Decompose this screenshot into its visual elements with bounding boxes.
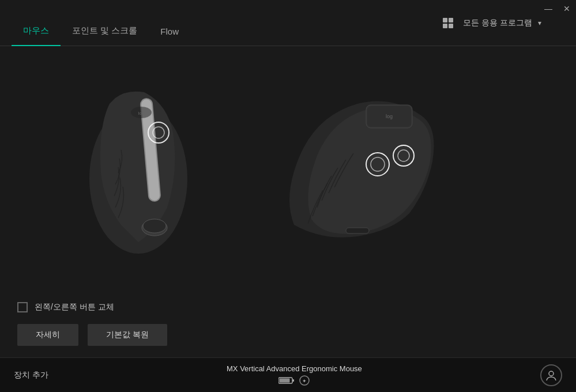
title-bar: — ✕ <box>539 0 576 17</box>
minimize-button[interactable]: — <box>539 0 558 17</box>
user-profile-button[interactable] <box>540 364 562 386</box>
mouse-right-view: log <box>265 81 450 254</box>
swap-buttons-label: 왼쪽/오른쪽 버튼 교체 <box>35 302 114 312</box>
svg-rect-20 <box>346 228 369 233</box>
tab-point-scroll[interactable]: 포인트 및 스크롤 <box>61 25 149 46</box>
svg-rect-23 <box>280 379 290 383</box>
svg-text:log: log <box>386 114 393 119</box>
details-button[interactable]: 자세히 <box>17 324 78 346</box>
swap-buttons-row: 왼쪽/오른쪽 버튼 교체 <box>17 302 559 312</box>
svg-rect-3 <box>449 24 453 28</box>
svg-rect-22 <box>292 379 294 382</box>
mouse-display: log log <box>0 46 576 291</box>
add-device-button[interactable]: 장치 추가 <box>14 370 48 380</box>
swap-buttons-checkbox[interactable] <box>17 302 28 312</box>
grid-icon[interactable] <box>439 14 457 32</box>
wireless-icon: ✦ <box>299 375 310 386</box>
reset-button[interactable]: 기본값 복원 <box>88 324 167 346</box>
close-button[interactable]: ✕ <box>558 0 576 17</box>
app-selector-label[interactable]: 모든 응용 프로그램 <box>463 18 532 28</box>
svg-text:log: log <box>138 111 145 116</box>
main-content: log log <box>0 46 576 357</box>
app-selector: 모든 응용 프로그램 ▾ <box>439 0 541 46</box>
chevron-down-icon: ▾ <box>538 19 541 27</box>
tab-flow[interactable]: Flow <box>149 27 190 46</box>
tab-mouse[interactable]: 마우스 <box>12 25 61 46</box>
device-info: MX Vertical Advanced Ergonomic Mouse ✦ <box>227 364 362 386</box>
controls-area: 왼쪽/오른쪽 버튼 교체 자세히 기본값 복원 <box>0 291 576 357</box>
svg-point-8 <box>143 219 166 233</box>
device-name-label: MX Vertical Advanced Ergonomic Mouse <box>227 364 362 373</box>
bottom-bar: 장치 추가 MX Vertical Advanced Ergonomic Mou… <box>0 357 576 392</box>
svg-rect-2 <box>443 24 447 28</box>
device-status-icons: ✦ <box>278 375 310 386</box>
battery-icon <box>278 376 295 385</box>
nav-bar: 마우스 포인트 및 스크롤 Flow 모든 응용 프로그램 ▾ <box>0 0 576 46</box>
svg-rect-0 <box>443 18 447 22</box>
svg-text:✦: ✦ <box>302 378 307 384</box>
button-row: 자세히 기본값 복원 <box>17 324 559 346</box>
svg-rect-1 <box>449 18 453 22</box>
svg-point-26 <box>549 371 554 376</box>
mouse-left-view: log <box>75 58 202 259</box>
